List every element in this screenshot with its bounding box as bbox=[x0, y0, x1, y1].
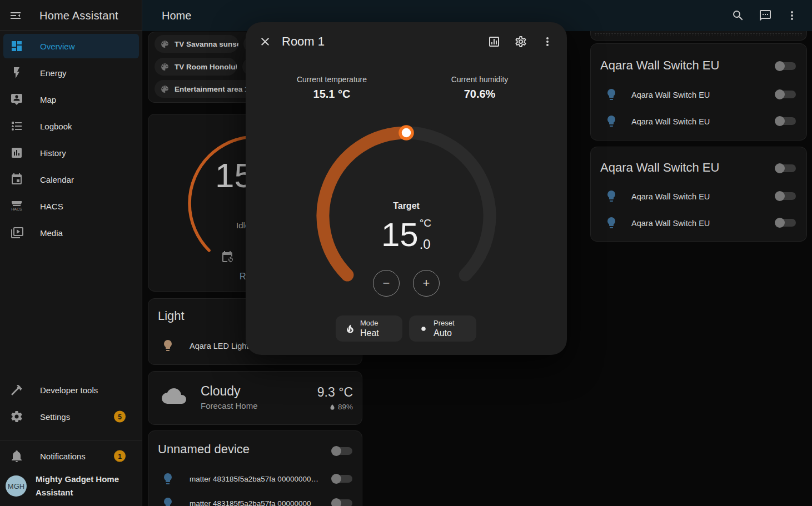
preset-button[interactable]: Preset Auto bbox=[409, 315, 476, 342]
entity-toggle[interactable] bbox=[775, 191, 796, 201]
sensor-value: 15.1 °C bbox=[265, 88, 398, 101]
sidebar: Home Assistant Overview Energy Map Logbo… bbox=[0, 0, 142, 506]
page-title: Home bbox=[162, 9, 191, 22]
dialog-menu-icon[interactable] bbox=[541, 35, 554, 48]
bell-icon bbox=[10, 449, 23, 463]
lightbulb-icon[interactable] bbox=[161, 497, 175, 506]
weather-card[interactable]: Cloudy Forecast Home 9.3 °C 89% bbox=[148, 371, 362, 425]
card-title: Aqara Wall Switch EU bbox=[600, 58, 719, 73]
entity-row-label[interactable]: Aqara Wall Switch EU bbox=[631, 192, 710, 201]
settings-gear-icon[interactable] bbox=[514, 35, 527, 48]
sensor-label: Current temperature bbox=[265, 75, 398, 84]
home-assistant-app: Home Assistant Overview Energy Map Logbo… bbox=[0, 0, 812, 506]
decrease-temperature-button[interactable]: − bbox=[373, 270, 400, 297]
sensor-value: 70.6% bbox=[413, 88, 546, 101]
assist-chat-icon[interactable] bbox=[759, 9, 772, 22]
lightbulb-icon[interactable] bbox=[605, 216, 618, 229]
switch-card: Aqara Wall Switch EU Aqara Wall Switch E… bbox=[590, 43, 807, 141]
sidebar-item-overview[interactable]: Overview bbox=[3, 34, 139, 58]
switch-card: Aqara Wall Switch EU Aqara Wall Switch E… bbox=[590, 147, 807, 242]
thermostat-dialog: Room 1 Current temperature 15.1 °C Curre… bbox=[246, 22, 567, 355]
scene-chip[interactable]: TV Savanna sunset bbox=[155, 35, 238, 53]
profile-name-line1: Mighty Gadget Home bbox=[36, 473, 124, 486]
entity-toggle[interactable] bbox=[331, 498, 352, 506]
entity-toggle[interactable] bbox=[775, 218, 796, 228]
chip-label: TV Room Honolulu bbox=[175, 63, 237, 71]
calendar-icon bbox=[10, 173, 23, 186]
scrolled-card-fragment bbox=[590, 31, 807, 41]
device-toggle[interactable] bbox=[775, 163, 796, 173]
sidebar-item-label: Settings bbox=[40, 412, 70, 422]
entity-row-label[interactable]: matter 483185f5a2ba57fa 00000000 bbox=[190, 499, 311, 506]
overflow-menu-icon[interactable] bbox=[785, 9, 799, 22]
sidebar-item-label: Overview bbox=[40, 42, 75, 51]
cloud-icon bbox=[161, 383, 187, 409]
weather-humidity: 89% bbox=[338, 403, 353, 411]
palette-icon bbox=[160, 39, 170, 49]
mode-value: Heat bbox=[360, 328, 379, 338]
palette-icon bbox=[160, 84, 170, 94]
profile-name-line2: Assistant bbox=[36, 486, 124, 499]
lightbulb-icon[interactable] bbox=[161, 339, 175, 352]
dashboard-icon bbox=[10, 39, 23, 53]
avatar[interactable]: MGH bbox=[6, 475, 27, 497]
entity-row-label[interactable]: Aqara LED Light L bbox=[190, 342, 256, 350]
entity-row-label[interactable]: matter 483185f5a2ba57fa 00000000… bbox=[190, 475, 318, 483]
sidebar-divider bbox=[0, 440, 142, 440]
sidebar-item-history[interactable]: History bbox=[3, 141, 139, 165]
close-icon[interactable] bbox=[258, 35, 272, 48]
app-title: Home Assistant bbox=[39, 9, 118, 22]
target-unit: °C bbox=[420, 218, 431, 229]
lightbulb-icon[interactable] bbox=[605, 114, 618, 128]
sidebar-item-logbook[interactable]: Logbook bbox=[3, 114, 139, 138]
lightbulb-icon[interactable] bbox=[605, 189, 618, 203]
sidebar-item-energy[interactable]: Energy bbox=[3, 61, 139, 85]
menu-open-icon[interactable] bbox=[9, 9, 22, 22]
sensor-label: Current humidity bbox=[413, 75, 546, 84]
gear-icon bbox=[10, 410, 23, 423]
device-toggle[interactable] bbox=[331, 446, 352, 456]
sidebar-item-settings[interactable]: Settings 5 bbox=[3, 404, 139, 429]
sidebar-item-notifications[interactable]: Notifications 1 bbox=[3, 444, 139, 468]
sidebar-item-label: Notifications bbox=[40, 452, 86, 461]
media-play-icon bbox=[10, 226, 23, 239]
weather-subtitle: Forecast Home bbox=[201, 401, 258, 410]
entity-toggle[interactable] bbox=[775, 89, 796, 99]
entity-toggle[interactable] bbox=[775, 116, 796, 126]
current-temperature-sensor: Current temperature 15.1 °C bbox=[265, 75, 398, 101]
calendar-sync-icon bbox=[221, 251, 234, 264]
history-chart-icon[interactable] bbox=[487, 35, 501, 48]
hammer-icon bbox=[10, 383, 23, 397]
sidebar-item-media[interactable]: Media bbox=[3, 221, 139, 245]
card-title: Light bbox=[158, 309, 185, 323]
chip-label: TV Savanna sunset bbox=[175, 40, 238, 48]
sidebar-item-label: Calendar bbox=[40, 175, 74, 184]
search-icon[interactable] bbox=[731, 9, 745, 22]
increase-temperature-button[interactable]: + bbox=[413, 270, 440, 297]
hvac-mode-button[interactable]: Mode Heat bbox=[336, 315, 402, 342]
sidebar-item-hacs[interactable]: HACS bbox=[3, 194, 139, 218]
target-temperature: 15 °C .0 bbox=[312, 218, 501, 252]
sidebar-item-developer-tools[interactable]: Developer tools bbox=[3, 378, 139, 402]
dial-handle[interactable] bbox=[400, 127, 412, 139]
lightbulb-icon[interactable] bbox=[161, 472, 175, 485]
entity-row-label[interactable]: Aqara Wall Switch EU bbox=[631, 91, 710, 99]
target-int: 15 bbox=[381, 218, 419, 252]
target-label: Target bbox=[312, 201, 501, 211]
sidebar-header: Home Assistant bbox=[0, 0, 142, 31]
chart-box-icon bbox=[10, 146, 23, 159]
scene-chip[interactable]: TV Room Honolulu bbox=[155, 58, 237, 76]
profile-name[interactable]: Mighty Gadget Home Assistant bbox=[36, 473, 124, 499]
list-icon bbox=[10, 119, 23, 133]
sidebar-item-label: Logbook bbox=[40, 122, 72, 131]
sidebar-item-calendar[interactable]: Calendar bbox=[3, 167, 139, 192]
entity-toggle[interactable] bbox=[331, 474, 352, 484]
sidebar-item-map[interactable]: Map bbox=[3, 87, 139, 112]
unnamed-device-card: Unnamed device matter 483185f5a2ba57fa 0… bbox=[148, 430, 362, 506]
lightbulb-icon[interactable] bbox=[605, 88, 618, 101]
card-title: Unnamed device bbox=[158, 442, 250, 457]
hacs-store-icon bbox=[10, 199, 23, 213]
entity-row-label[interactable]: Aqara Wall Switch EU bbox=[631, 117, 710, 126]
device-toggle[interactable] bbox=[775, 61, 796, 71]
entity-row-label[interactable]: Aqara Wall Switch EU bbox=[631, 219, 710, 228]
